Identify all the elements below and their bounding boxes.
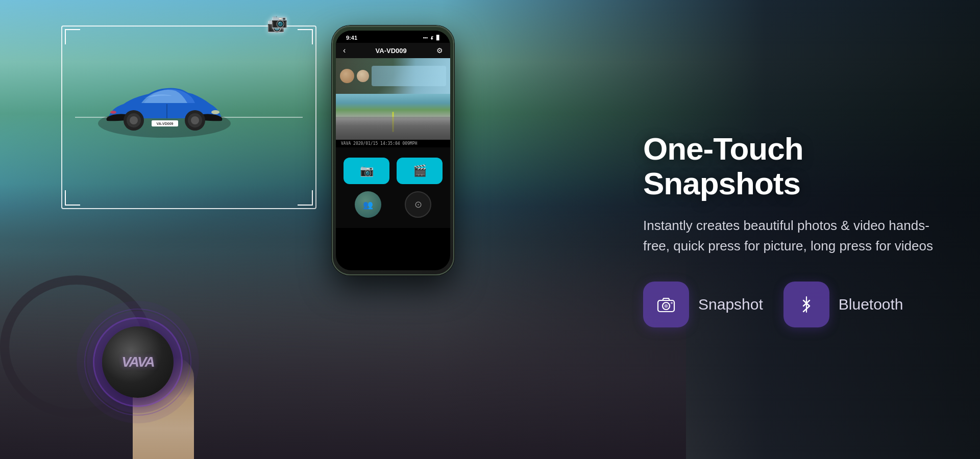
person-head-1 xyxy=(340,69,354,83)
main-heading: One-Touch Snapshots xyxy=(643,132,939,201)
camera-frame: 📷 xyxy=(61,26,316,209)
signal-icon: ▪▪▪ xyxy=(423,35,428,40)
svg-point-7 xyxy=(191,116,199,124)
bracket-br xyxy=(298,190,313,206)
remote-button[interactable]: VAVA xyxy=(102,326,174,398)
video-icon: 🎬 xyxy=(413,164,427,177)
status-bar: 9:41 ▪▪▪ ⮮ ▊ xyxy=(336,31,450,43)
svg-point-14 xyxy=(665,304,668,308)
car-frame-area: 📷 xyxy=(51,15,327,219)
feature-badges: Snapshot Bluetooth xyxy=(643,282,939,327)
back-button[interactable]: ‹ xyxy=(343,46,346,55)
svg-point-9 xyxy=(110,111,116,114)
camera-svg-icon xyxy=(656,295,676,314)
phone-screen: 9:41 ▪▪▪ ⮮ ▊ ‹ VA-VD009 ⚙ xyxy=(336,31,450,270)
feature-badge-snapshot: Snapshot xyxy=(643,282,763,327)
main-description: Instantly creates beautiful photos & vid… xyxy=(643,215,939,257)
blue-car: VA-VD009 xyxy=(83,57,246,159)
svg-text:VA-VD009: VA-VD009 xyxy=(157,122,174,125)
app-header: ‹ VA-VD009 ⚙ xyxy=(336,43,450,58)
right-panel: One-Touch Snapshots Instantly creates be… xyxy=(592,0,980,459)
settings-icon[interactable]: ⚙ xyxy=(436,46,443,55)
controls-grid: 📷 🎬 xyxy=(344,158,443,184)
video-button[interactable]: 🎬 xyxy=(397,158,443,184)
camera-frame-icon: 📷 xyxy=(271,13,287,29)
snapshot-badge-icon xyxy=(643,282,689,327)
people-in-car xyxy=(336,58,450,94)
svg-point-15 xyxy=(671,302,673,304)
bracket-bl xyxy=(65,190,80,206)
status-icons: ▪▪▪ ⮮ ▊ xyxy=(423,35,440,40)
snapshot-badge-label: Snapshot xyxy=(698,296,763,313)
snapshot-button[interactable]: 📷 xyxy=(344,158,389,184)
interior-camera-preview xyxy=(336,58,450,94)
bluetooth-badge-icon xyxy=(783,282,829,327)
bluetooth-badge-label: Bluetooth xyxy=(839,296,903,313)
car-svg: VA-VD009 xyxy=(93,72,236,144)
ctrl-bottom-grid: 👥 ⊙ xyxy=(344,191,443,218)
battery-icon: ▊ xyxy=(436,35,440,40)
person-head-2 xyxy=(357,70,369,82)
snapshot-icon: 📷 xyxy=(360,164,374,177)
bracket-tr xyxy=(298,29,313,44)
remote-logo: VAVA xyxy=(121,354,154,370)
timestamp-bar: VAVA 2020/01/15 14:35:04 009MPH xyxy=(336,140,450,147)
bluetooth-svg-icon xyxy=(797,295,816,314)
status-time: 9:41 xyxy=(346,35,357,41)
app-controls: 📷 🎬 👥 ⊙ xyxy=(336,147,450,228)
wifi-icon: ⮮ xyxy=(430,35,434,40)
gallery-thumbnail[interactable]: 👥 xyxy=(355,191,381,218)
bracket-tl xyxy=(65,29,80,44)
svg-point-4 xyxy=(130,116,138,124)
face-detect-button[interactable]: ⊙ xyxy=(405,191,431,218)
phone-frame: 9:41 ▪▪▪ ⮮ ▊ ‹ VA-VD009 ⚙ xyxy=(332,26,454,275)
road-camera-preview xyxy=(336,94,450,140)
app-title: VA-VD009 xyxy=(376,47,407,55)
svg-point-8 xyxy=(211,110,219,114)
feature-badge-bluetooth: Bluetooth xyxy=(783,282,903,327)
phone-container: 9:41 ▪▪▪ ⮮ ▊ ‹ VA-VD009 ⚙ xyxy=(332,26,454,275)
